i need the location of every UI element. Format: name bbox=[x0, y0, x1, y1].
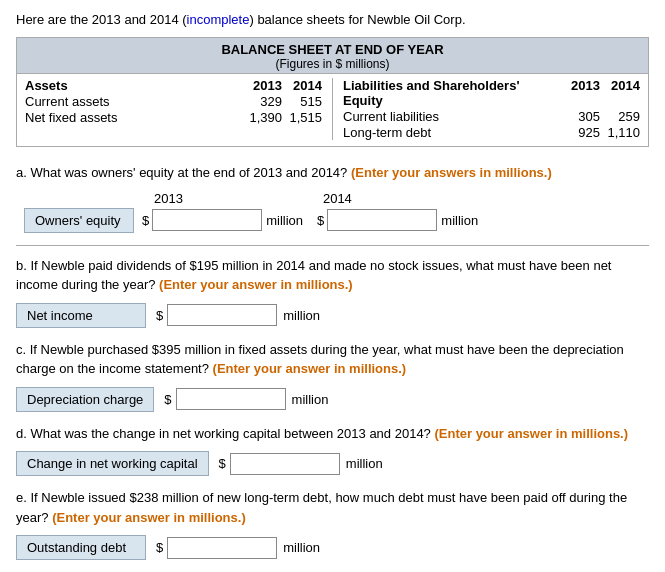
question-b: b. If Newble paid dividends of $195 mill… bbox=[16, 256, 649, 328]
bs-assets-col: Assets 2013 2014 Current assets 329 515 … bbox=[25, 78, 322, 140]
net-working-capital-row: Change in net working capital $ million bbox=[16, 451, 649, 476]
bs-current-liabilities-row: Current liabilities 305 259 bbox=[343, 109, 640, 124]
question-e-text-orange: (Enter your answer in millions.) bbox=[49, 510, 246, 525]
net-income-input[interactable] bbox=[167, 304, 277, 326]
net-working-capital-input[interactable] bbox=[230, 453, 340, 475]
question-d-text-orange: (Enter your answer in millions.) bbox=[431, 426, 628, 441]
dollar-e: $ bbox=[156, 540, 163, 555]
dollar-c: $ bbox=[164, 392, 171, 407]
bs-longterm-debt-row: Long-term debt 925 1,110 bbox=[343, 125, 640, 140]
incomplete-word: incomplete bbox=[187, 12, 250, 27]
question-a-text-main: a. What was owners' equity at the end of… bbox=[16, 165, 347, 180]
year-header-2013: 2013 bbox=[154, 191, 183, 206]
bs-title: BALANCE SHEET AT END OF YEAR bbox=[17, 42, 648, 57]
bs-current-assets-2014: 515 bbox=[282, 94, 322, 109]
net-income-label: Net income bbox=[16, 303, 146, 328]
question-c-text-orange: (Enter your answer in millions.) bbox=[209, 361, 406, 376]
bs-current-liabilities-label: Current liabilities bbox=[343, 109, 560, 124]
net-working-capital-label: Change in net working capital bbox=[16, 451, 209, 476]
question-a: a. What was owners' equity at the end of… bbox=[16, 163, 649, 233]
divider-ab bbox=[16, 245, 649, 246]
bs-assets-year-2013: 2013 bbox=[242, 78, 282, 93]
dollar-a-2013: $ bbox=[142, 213, 149, 228]
bs-current-assets-label: Current assets bbox=[25, 94, 242, 109]
bs-liabilities-col: Liabilities and Shareholders' Equity 201… bbox=[343, 78, 640, 140]
question-b-text: b. If Newble paid dividends of $195 mill… bbox=[16, 256, 649, 295]
bs-liabilities-year-2013: 2013 bbox=[560, 78, 600, 108]
bs-net-fixed-assets-row: Net fixed assets 1,390 1,515 bbox=[25, 110, 322, 125]
outstanding-debt-label: Outstanding debt bbox=[16, 535, 146, 560]
balance-sheet: BALANCE SHEET AT END OF YEAR (Figures in… bbox=[16, 37, 649, 147]
question-b-text-orange: (Enter your answer in millions.) bbox=[155, 277, 352, 292]
question-d: d. What was the change in net working ca… bbox=[16, 424, 649, 477]
bs-divider bbox=[332, 78, 333, 140]
bs-current-assets-row: Current assets 329 515 bbox=[25, 94, 322, 109]
unit-d: million bbox=[346, 456, 383, 471]
bs-longterm-debt-label: Long-term debt bbox=[343, 125, 560, 140]
unit-a-2014: million bbox=[441, 213, 478, 228]
question-a-text-orange: (Enter your answers in millions.) bbox=[347, 165, 551, 180]
question-a-text: a. What was owners' equity at the end of… bbox=[16, 163, 649, 183]
question-e-text: e. If Newble issued $238 million of new … bbox=[16, 488, 649, 527]
bs-body: Assets 2013 2014 Current assets 329 515 … bbox=[17, 74, 648, 146]
question-c: c. If Newble purchased $395 million in f… bbox=[16, 340, 649, 412]
depreciation-label: Depreciation charge bbox=[16, 387, 154, 412]
year-headers-a: 2013 2014 bbox=[154, 191, 649, 206]
question-e: e. If Newble issued $238 million of new … bbox=[16, 488, 649, 560]
bs-net-fixed-assets-2013: 1,390 bbox=[242, 110, 282, 125]
owners-equity-row: Owners' equity $ million $ million bbox=[24, 208, 649, 233]
bs-header: BALANCE SHEET AT END OF YEAR (Figures in… bbox=[17, 38, 648, 74]
depreciation-input[interactable] bbox=[176, 388, 286, 410]
bs-liabilities-year-2014: 2014 bbox=[600, 78, 640, 108]
unit-a-2013: million bbox=[266, 213, 303, 228]
bs-assets-year-2014: 2014 bbox=[282, 78, 322, 93]
bs-assets-headers: Assets 2013 2014 bbox=[25, 78, 322, 93]
question-d-text: d. What was the change in net working ca… bbox=[16, 424, 649, 444]
question-d-text-main: d. What was the change in net working ca… bbox=[16, 426, 431, 441]
dollar-a-2014: $ bbox=[317, 213, 324, 228]
bs-net-fixed-assets-label: Net fixed assets bbox=[25, 110, 242, 125]
bs-subtitle: (Figures in $ millions) bbox=[17, 57, 648, 71]
owners-equity-2013-input[interactable] bbox=[152, 209, 262, 231]
owners-equity-label: Owners' equity bbox=[24, 208, 134, 233]
bs-current-liabilities-2013: 305 bbox=[560, 109, 600, 124]
bs-current-assets-2013: 329 bbox=[242, 94, 282, 109]
bs-current-liabilities-2014: 259 bbox=[600, 109, 640, 124]
bs-net-fixed-assets-2014: 1,515 bbox=[282, 110, 322, 125]
net-income-row: Net income $ million bbox=[16, 303, 649, 328]
outstanding-debt-input[interactable] bbox=[167, 537, 277, 559]
unit-b: million bbox=[283, 308, 320, 323]
question-a-answer-block: 2013 2014 Owners' equity $ million $ mil… bbox=[24, 191, 649, 233]
question-c-text: c. If Newble purchased $395 million in f… bbox=[16, 340, 649, 379]
depreciation-row: Depreciation charge $ million bbox=[16, 387, 649, 412]
bs-liabilities-headers: Liabilities and Shareholders' Equity 201… bbox=[343, 78, 640, 108]
bs-assets-label: Assets bbox=[25, 78, 242, 93]
intro-paragraph: Here are the 2013 and 2014 (incomplete) … bbox=[16, 12, 649, 27]
owners-equity-2014-input[interactable] bbox=[327, 209, 437, 231]
unit-c: million bbox=[292, 392, 329, 407]
dollar-b: $ bbox=[156, 308, 163, 323]
outstanding-debt-row: Outstanding debt $ million bbox=[16, 535, 649, 560]
bs-liabilities-label: Liabilities and Shareholders' Equity bbox=[343, 78, 560, 108]
dollar-d: $ bbox=[219, 456, 226, 471]
unit-e: million bbox=[283, 540, 320, 555]
bs-longterm-debt-2013: 925 bbox=[560, 125, 600, 140]
year-header-2014: 2014 bbox=[323, 191, 352, 206]
bs-longterm-debt-2014: 1,110 bbox=[600, 125, 640, 140]
